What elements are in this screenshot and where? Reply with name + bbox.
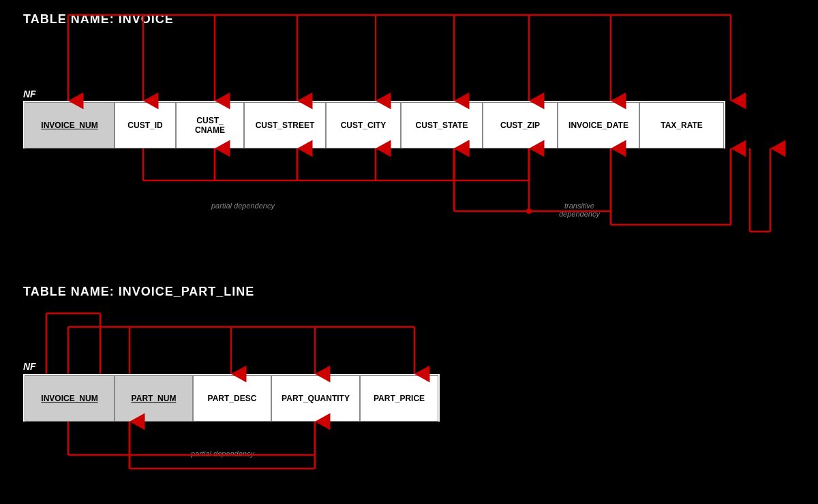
partial-dep-label-2: partial dependency [191, 450, 254, 458]
table1-col-cust-cname: CUST_CNAME [176, 102, 244, 148]
table1-col-invoice-num: INVOICE_NUM [25, 102, 115, 148]
diagram-container: TABLE NAME: INVOICE NF INVOICE_NUM CUST_… [0, 0, 818, 504]
table1-title: TABLE NAME: INVOICE [23, 12, 174, 27]
svg-point-30 [526, 208, 532, 214]
table2-nf-label: NF [23, 361, 36, 372]
table1-col-cust-state: CUST_STATE [401, 102, 483, 148]
arrows-svg [0, 0, 818, 504]
table2-col-invoice-num: INVOICE_NUM [25, 375, 115, 422]
transitive-dep-label: transitivedependency [559, 202, 600, 218]
table1-col-cust-id: CUST_ID [115, 102, 176, 148]
table2-col-part-quantity: PART_QUANTITY [271, 375, 360, 422]
table1-row: INVOICE_NUM CUST_ID CUST_CNAME CUST_STRE… [23, 101, 725, 148]
table1-col-cust-street: CUST_STREET [244, 102, 326, 148]
table2-title: TABLE NAME: INVOICE_PART_LINE [23, 285, 254, 299]
table1-col-invoice-date: INVOICE_DATE [558, 102, 639, 148]
table1-col-tax-rate: TAX_RATE [639, 102, 724, 148]
table2-col-part-price: PART_PRICE [360, 375, 438, 422]
table1-nf-label: NF [23, 89, 36, 99]
table2-col-part-num: PART_NUM [115, 375, 193, 422]
table1-col-cust-city: CUST_CITY [326, 102, 401, 148]
table2-row: INVOICE_NUM PART_NUM PART_DESC PART_QUAN… [23, 374, 440, 422]
table1-col-cust-zip: CUST_ZIP [483, 102, 558, 148]
partial-dep-label-1: partial dependency [211, 202, 275, 210]
table2-col-part-desc: PART_DESC [193, 375, 271, 422]
